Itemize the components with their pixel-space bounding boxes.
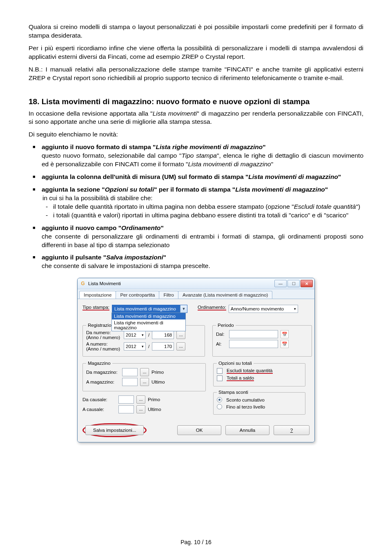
tipo-stampa-combo[interactable]: Lista movimenti di magazzino ▼ (112, 305, 187, 313)
close-button[interactable]: ✕ (301, 280, 313, 287)
dropdown-opt-1[interactable]: Lista movimenti di magazzino (112, 313, 185, 319)
numero-a-input[interactable]: 170 (152, 342, 174, 351)
a-magazzino-label: A magazzino: (86, 380, 120, 384)
a-causale-input[interactable] (118, 405, 134, 413)
lookup-a-button[interactable]: ... (176, 342, 185, 351)
bullet-4: aggiunto il nuovo campo "Ordinamento" ch… (42, 224, 363, 250)
bullet-1: aggiunto il nuovo formato di stampa "Lis… (42, 143, 363, 169)
tab-avanzate[interactable]: Avanzate (Lista movimenti di magazzino) (178, 291, 272, 299)
da-magazzino-label: Da magazzino: (86, 370, 120, 375)
section-heading: 18. Lista movimenti di magazzino: nuovo … (29, 97, 363, 106)
salva-impostazioni-button[interactable]: Salva impostazioni... (85, 425, 144, 435)
ordinamento-label: Ordinamento: (198, 305, 226, 310)
da-causale-input[interactable] (118, 395, 134, 404)
da-magazzino-value: Primo (151, 370, 164, 375)
nb-note: N.B.: I manuali relativi alla personaliz… (29, 65, 363, 83)
group-magazzino: Magazzino Da magazzino: ... Primo A maga… (82, 361, 206, 391)
paragraph-1: Qualora si creino modelli di stampa o la… (29, 23, 363, 40)
ok-button[interactable]: OK (177, 425, 221, 435)
dropdown-opt-2[interactable]: Lista righe movimenti di magazzino (112, 319, 185, 331)
chevron-down-icon: ▾ (294, 307, 296, 311)
da-numero-label: Da numero: (Anno / numero) (86, 330, 121, 340)
radio-icon (217, 397, 222, 402)
group-opzioni-totali: Opzioni su totali Escludi totale quantit… (213, 361, 305, 386)
paragraph-2: Per i più esperti ricordiamo infine che … (29, 44, 363, 61)
calendar-icon[interactable]: 📅 (281, 330, 289, 338)
ordinamento-combo[interactable]: Anno/Numero movimento ▾ (229, 305, 298, 313)
checkbox-icon (217, 375, 223, 381)
tipo-stampa-dropdown[interactable]: Lista movimenti di magazzino Lista righe… (111, 313, 186, 331)
da-causale-lookup[interactable]: ... (136, 395, 145, 404)
da-causale-label: Da causale: (82, 397, 116, 402)
radio-icon (217, 404, 222, 409)
minimize-button[interactable]: — (274, 280, 287, 287)
a-magazzino-lookup[interactable]: ... (140, 378, 149, 386)
tipo-stampa-label: Tipo stampa: (82, 305, 109, 310)
al-input[interactable] (229, 340, 278, 348)
dal-label: Dal: (216, 332, 227, 337)
titlebar: G Lista Movimenti — ☐ ✕ (78, 278, 314, 289)
help-button[interactable]: ? (274, 425, 310, 435)
a-causale-label: A causale: (82, 407, 116, 412)
a-causale-lookup[interactable]: ... (136, 405, 145, 413)
calendar-icon[interactable]: 📅 (281, 340, 289, 348)
a-magazzino-input[interactable] (122, 378, 138, 386)
chevron-down-icon: ▼ (180, 305, 187, 313)
a-magazzino-value: Ultimo (151, 380, 165, 384)
anno-a-input[interactable]: 2012▾ (124, 342, 146, 351)
app-icon: G (80, 281, 86, 286)
section-para-1: In occasione della revisione apportata a… (29, 109, 363, 127)
page-footer: Pag. 10 / 16 (0, 539, 392, 545)
checkbox-totali-saldo[interactable]: Totali a saldo (217, 375, 302, 381)
group-periodo: Periodo Dal: 📅 Al: 📅 (212, 323, 312, 357)
da-causale-value: Primo (148, 397, 160, 402)
dialog-lista-movimenti: G Lista Movimenti — ☐ ✕ Impostazione Per… (77, 278, 315, 442)
tab-strip: Impostazione Per contropartita Filtro Av… (78, 289, 314, 299)
tab-filtro[interactable]: Filtro (159, 291, 178, 299)
section-para-2: Di seguito elenchiamo le novità: (29, 130, 363, 139)
radio-fino-terzo[interactable]: Fino al terzo livello (217, 404, 302, 409)
annotation-oval: Salva impostazioni... (82, 423, 147, 437)
numero-da-input[interactable]: 168 (152, 331, 174, 339)
radio-sconto-cumulativo[interactable]: Sconto cumulativo (217, 397, 302, 402)
tab-contropartita[interactable]: Per contropartita (116, 291, 159, 299)
annulla-button[interactable]: Annulla (225, 425, 270, 435)
checkbox-escludi[interactable]: Escludi totale quantità (217, 368, 302, 374)
da-magazzino-input[interactable] (122, 368, 138, 376)
a-causale-value: Ultimo (148, 407, 161, 412)
bullet-5: aggiunto il pulsante "Salva impostazioni… (42, 253, 363, 270)
a-numero-label: A numero: (Anno / numero) (86, 342, 121, 351)
checkbox-icon (217, 368, 223, 374)
window-title: Lista Movimenti (88, 281, 274, 286)
group-stampa-sconti: Stampa sconti Sconto cumulativo Fino al … (213, 390, 305, 415)
bullet-3: aggiunta la sezione "Opzioni su totali" … (42, 185, 363, 220)
al-label: Al: (216, 342, 227, 346)
da-magazzino-lookup[interactable]: ... (140, 368, 149, 376)
bullet-2: aggiunta la colonna dell'unità di misura… (42, 173, 363, 181)
lookup-da-button[interactable]: ... (176, 331, 185, 339)
tab-impostazione[interactable]: Impostazione (79, 291, 116, 299)
maximize-button[interactable]: ☐ (287, 280, 300, 287)
anno-da-input[interactable]: 2012▾ (124, 331, 146, 339)
dal-input[interactable] (229, 330, 278, 338)
